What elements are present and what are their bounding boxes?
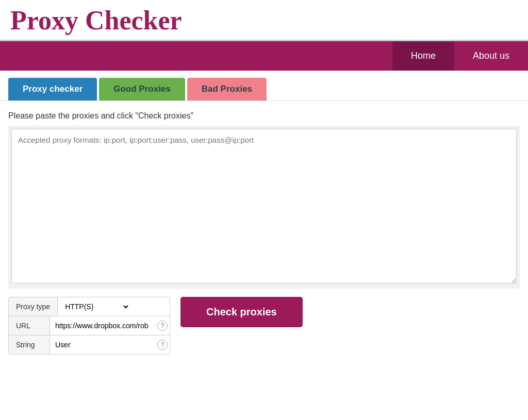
controls-left: Proxy type HTTP(S) SOCKS4 SOCKS5 URL ? S… — [8, 297, 170, 355]
nav-item-home[interactable]: Home — [392, 41, 454, 71]
tab-proxy-checker[interactable]: Proxy checker — [8, 78, 97, 100]
main-content: Please paste the proxies and click "Chec… — [0, 101, 528, 365]
string-help-icon[interactable]: ? — [157, 340, 168, 350]
proxy-textarea-wrapper — [8, 126, 520, 289]
instruction-text: Please paste the proxies and click "Chec… — [8, 111, 520, 121]
tab-bad-proxies[interactable]: Bad Proxies — [187, 78, 267, 100]
site-header: Proxy Checker — [0, 0, 528, 41]
proxy-type-label: Proxy type — [9, 297, 58, 316]
tabs-container: Proxy checker Good Proxies Bad Proxies — [0, 71, 528, 101]
proxy-textarea[interactable] — [11, 129, 517, 283]
tab-good-proxies[interactable]: Good Proxies — [99, 78, 185, 100]
bottom-controls: Proxy type HTTP(S) SOCKS4 SOCKS5 URL ? S… — [8, 297, 520, 355]
nav-item-about[interactable]: About us — [454, 41, 528, 71]
url-help-icon[interactable]: ? — [157, 321, 168, 331]
url-label: URL — [9, 316, 50, 335]
form-row-proxy-type: Proxy type HTTP(S) SOCKS4 SOCKS5 — [9, 297, 170, 316]
form-fields: Proxy type HTTP(S) SOCKS4 SOCKS5 URL ? S… — [8, 297, 170, 355]
form-row-url: URL ? — [9, 316, 170, 335]
nav-bar: Home About us — [0, 41, 528, 71]
string-input[interactable] — [50, 337, 153, 353]
url-input[interactable] — [50, 317, 153, 334]
check-proxies-button[interactable]: Check proxies — [180, 297, 303, 327]
site-title: Proxy Checker — [10, 5, 518, 36]
form-row-string: String ? — [9, 335, 170, 354]
string-label: String — [9, 335, 50, 354]
proxy-type-select[interactable]: HTTP(S) SOCKS4 SOCKS5 — [58, 298, 130, 315]
